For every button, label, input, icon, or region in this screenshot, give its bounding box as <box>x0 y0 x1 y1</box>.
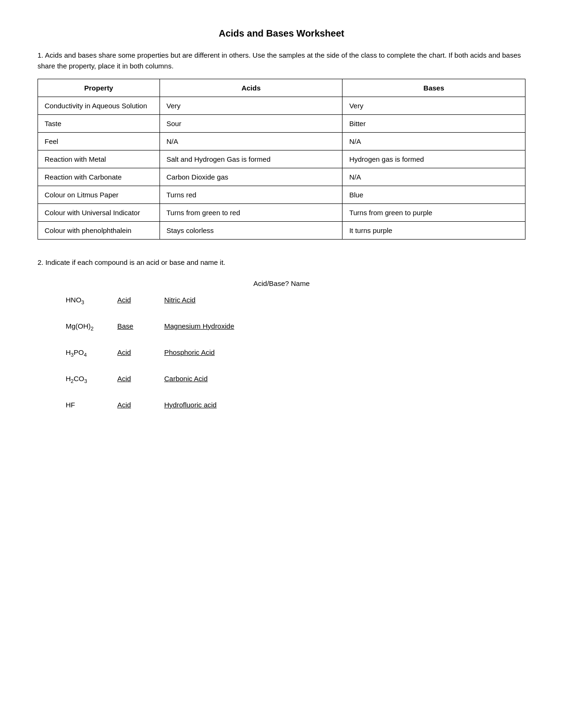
table-cell-0-0: Conductivity in Aqueous Solution <box>38 97 160 115</box>
section2-title: 2. Indicate if each compound is an acid … <box>38 258 525 266</box>
list-item: H2CO3AcidCarbonic Acid <box>38 375 525 384</box>
table-cell-0-1: Very <box>160 97 342 115</box>
table-cell-0-2: Very <box>342 97 525 115</box>
compound-name-3: Carbonic Acid <box>164 375 208 383</box>
table-cell-1-1: Sour <box>160 115 342 133</box>
table-cell-2-1: N/A <box>160 133 342 150</box>
table-row: Reaction with CarbonateCarbon Dioxide ga… <box>38 168 525 186</box>
col-header-acids: Acids <box>160 79 342 97</box>
col-header-property: Property <box>38 79 160 97</box>
table-cell-1-2: Bitter <box>342 115 525 133</box>
formula-3: H2CO3 <box>66 375 113 384</box>
list-item: H3PO4AcidPhosphoric Acid <box>38 348 525 358</box>
table-cell-7-2: It turns purple <box>342 222 525 240</box>
compound-name-4: Hydrofluoric acid <box>164 401 217 409</box>
list-item: HFAcidHydrofluoric acid <box>38 401 525 409</box>
table-cell-1-0: Taste <box>38 115 160 133</box>
table-cell-5-0: Colour on Litmus Paper <box>38 186 160 204</box>
list-item: HNO3AcidNitric Acid <box>38 296 525 305</box>
acid-base-label-4: Acid <box>117 401 150 409</box>
table-cell-6-1: Turns from green to red <box>160 204 342 222</box>
table-row: FeelN/AN/A <box>38 133 525 150</box>
table-row: Colour on Litmus PaperTurns redBlue <box>38 186 525 204</box>
compound-name-0: Nitric Acid <box>164 296 196 304</box>
acid-base-label-1: Base <box>117 322 150 330</box>
table-cell-2-2: N/A <box>342 133 525 150</box>
table-cell-3-2: Hydrogen gas is formed <box>342 150 525 168</box>
formula-0: HNO3 <box>66 296 113 305</box>
formula-4: HF <box>66 401 113 409</box>
table-row: TasteSourBitter <box>38 115 525 133</box>
table-row: Colour with Universal IndicatorTurns fro… <box>38 204 525 222</box>
properties-table: Property Acids Bases Conductivity in Aqu… <box>38 79 525 240</box>
compound-name-2: Phosphoric Acid <box>164 348 215 356</box>
acid-base-label-3: Acid <box>117 375 150 383</box>
compound-name-1: Magnesium Hydroxide <box>164 322 234 330</box>
table-cell-3-0: Reaction with Metal <box>38 150 160 168</box>
page-title: Acids and Bases Worksheet <box>38 28 525 39</box>
list-item: Mg(OH)2BaseMagnesium Hydroxide <box>38 322 525 331</box>
table-row: Conductivity in Aqueous SolutionVeryVery <box>38 97 525 115</box>
table-cell-3-1: Salt and Hydrogen Gas is formed <box>160 150 342 168</box>
table-cell-6-0: Colour with Universal Indicator <box>38 204 160 222</box>
table-cell-5-1: Turns red <box>160 186 342 204</box>
table-cell-4-1: Carbon Dioxide gas <box>160 168 342 186</box>
acid-base-label-2: Acid <box>117 348 150 356</box>
table-cell-7-1: Stays colorless <box>160 222 342 240</box>
table-cell-5-2: Blue <box>342 186 525 204</box>
table-row: Colour with phenolphthaleinStays colorle… <box>38 222 525 240</box>
table-cell-7-0: Colour with phenolphthalein <box>38 222 160 240</box>
table-cell-2-0: Feel <box>38 133 160 150</box>
table-row: Reaction with MetalSalt and Hydrogen Gas… <box>38 150 525 168</box>
col-header-bases: Bases <box>342 79 525 97</box>
acid-base-label-0: Acid <box>117 296 150 304</box>
acid-base-header: Acid/Base? Name <box>38 279 525 287</box>
table-cell-4-0: Reaction with Carbonate <box>38 168 160 186</box>
intro-text: 1. Acids and bases share some properties… <box>38 50 525 71</box>
formula-2: H3PO4 <box>66 348 113 358</box>
formula-1: Mg(OH)2 <box>66 322 113 331</box>
table-cell-6-2: Turns from green to purple <box>342 204 525 222</box>
table-cell-4-2: N/A <box>342 168 525 186</box>
